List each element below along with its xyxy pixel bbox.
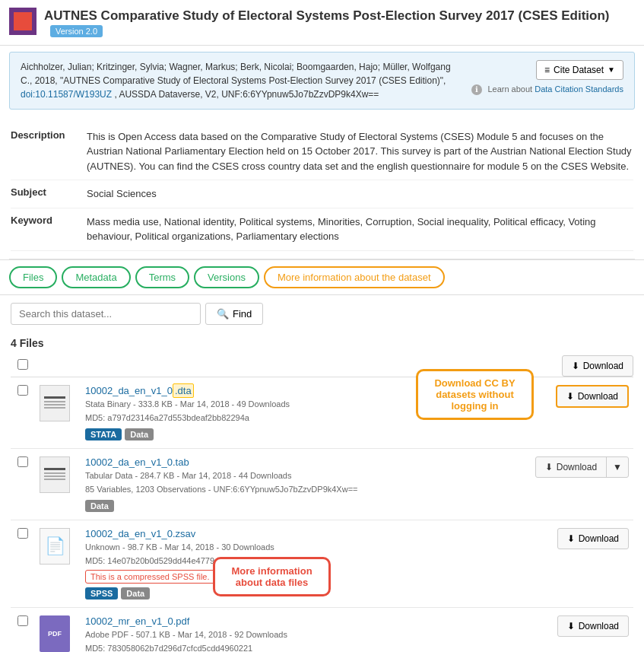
download-all-icon: ⬇ [572, 361, 579, 371]
file-tag: Data [121, 587, 150, 600]
page-title: AUTNES Comparative Study of Electoral Sy… [44, 8, 609, 23]
subject-value: Social Sciences [87, 186, 633, 202]
file-icon-table [40, 456, 70, 493]
file-meta: Unknown - 98.7 KB - Mar 14, 2018 - 30 Do… [85, 541, 526, 554]
tab-metadata[interactable]: Metadata [62, 266, 130, 288]
file-info-cell: 10002_mr_en_v1_0.pdf Adobe PDF - 507.1 K… [81, 607, 531, 652]
table-row: 📄 10002_da_en_v1_0.zsav Unknown - 98.7 K… [11, 520, 633, 607]
file-icon-cell: PDF [35, 607, 81, 652]
citation-text: Aichholzer, Julian; Kritzinger, Sylvia; … [21, 60, 462, 101]
download-icon: ⬇ [566, 391, 574, 402]
table-row: 10002_da_en_v1_0.dta Stata Binary - 333.… [11, 377, 633, 448]
file-action-cell: ⬇ Download [531, 520, 633, 607]
download-all-button[interactable]: ⬇ Download [562, 355, 633, 377]
cite-icon: ≡ [544, 65, 550, 75]
find-button[interactable]: 🔍 Find [205, 303, 263, 325]
download-all-label: Download [583, 361, 623, 371]
description-row: Description This is Open Access data bas… [11, 123, 633, 181]
table-row: PDF 10002_mr_en_v1_0.pdf Adobe PDF - 507… [11, 607, 633, 652]
description-value: This is Open Access data based on the Co… [87, 129, 633, 174]
file-info-cell: 10002_da_en_v1_0.zsav Unknown - 98.7 KB … [81, 520, 531, 607]
file-md5: MD5: 14e07b20b0d529dd44e4779dbe0... [85, 555, 526, 568]
tabs-section: Files Metadata Terms Versions More infor… [0, 259, 644, 295]
citation-suffix: , AUSSDA Dataverse, V2, UNF:6:6YYpnuw5Jo… [114, 89, 379, 100]
find-btn-label: Find [233, 308, 252, 320]
learn-more-text: Learn about [487, 84, 532, 94]
download-main-button[interactable]: ⬇ Download [536, 457, 607, 477]
download-file-button[interactable]: ⬇ Download [557, 528, 629, 549]
file-checkbox[interactable] [17, 528, 28, 539]
file-action-cell: ⬇ Download [531, 377, 633, 448]
data-citation-link[interactable]: Data Citation Standards [535, 84, 623, 94]
download-icon: ⬇ [567, 621, 575, 631]
download-icon: ⬇ [567, 533, 575, 544]
keyword-row: Keyword Mass media use, National identit… [11, 208, 633, 251]
download-split-button: ⬇ Download ▼ [535, 456, 629, 478]
table-row: 10002_da_en_v1_0.tab Tabular Data - 284.… [11, 448, 633, 520]
tab-more-info[interactable]: More information about the dataset [264, 266, 445, 288]
file-tag: STATA [85, 428, 122, 440]
learn-more: ℹ Learn about Data Citation Standards [471, 84, 623, 95]
file-name-link[interactable]: 10002_mr_en_v1_0.pdf [85, 615, 189, 627]
file-checkbox-cell [11, 377, 35, 448]
download-icon: ⬇ [545, 462, 553, 472]
download-all-header: ⬇ Download [531, 355, 633, 377]
download-dropdown-button[interactable]: ▼ [607, 457, 628, 477]
file-checkbox[interactable] [17, 456, 28, 467]
info-icon: ℹ [471, 84, 482, 95]
tab-versions[interactable]: Versions [194, 266, 259, 288]
metadata-section: Description This is Open Access data bas… [0, 116, 644, 259]
download-file-button[interactable]: ⬇ Download [556, 385, 629, 408]
file-icon-pdf: PDF [40, 615, 70, 652]
file-tag: Data [85, 500, 114, 512]
file-checkbox-cell [11, 448, 35, 520]
version-badge: Version 2.0 [50, 25, 103, 37]
file-checkbox[interactable] [17, 615, 28, 626]
keyword-label: Keyword [11, 215, 87, 244]
citation-authors: Aichholzer, Julian; Kritzinger, Sylvia; … [21, 62, 451, 86]
file-name-link[interactable]: 10002_da_en_v1_0.zsav [85, 528, 195, 539]
file-info-cell: 10002_da_en_v1_0.dta Stata Binary - 333.… [81, 377, 531, 448]
table-header: ⬇ Download [11, 355, 633, 377]
file-info-cell: 10002_da_en_v1_0.tab Tabular Data - 284.… [81, 448, 531, 520]
icon-inner [14, 12, 32, 30]
select-all-checkbox[interactable] [17, 359, 28, 370]
description-label: Description [11, 129, 87, 174]
citation-block: Aichholzer, Julian; Kritzinger, Sylvia; … [9, 52, 635, 110]
keyword-value: Mass media use, National identity, Polit… [87, 215, 633, 244]
file-action-cell: ⬇ Download ▼ [531, 448, 633, 520]
file-tag: Data [125, 428, 154, 440]
search-input[interactable] [11, 303, 201, 325]
file-meta: Stata Binary - 333.8 KB - Mar 14, 2018 -… [85, 398, 526, 411]
file-icon-table [40, 385, 70, 421]
citation-right: ≡ Cite Dataset ℹ Learn about Data Citati… [471, 60, 623, 95]
cite-btn-label: Cite Dataset [554, 65, 604, 75]
file-name-link[interactable]: 10002_da_en_v1_0.dta [85, 383, 194, 398]
file-meta: Adobe PDF - 507.1 KB - Mar 14, 2018 - 92… [85, 628, 526, 641]
select-all-header [11, 355, 35, 377]
cite-dataset-button[interactable]: ≡ Cite Dataset [536, 60, 623, 80]
file-checkbox[interactable] [17, 385, 28, 396]
search-icon: 🔍 [217, 308, 229, 320]
file-tag: SPSS [85, 587, 118, 600]
file-name-link[interactable]: 10002_da_en_v1_0.tab [85, 456, 189, 468]
tab-terms[interactable]: Terms [135, 266, 189, 288]
tab-files[interactable]: Files [9, 266, 57, 288]
file-tags: SPSSData [85, 587, 526, 600]
file-action-cell: ⬇ Download [531, 607, 633, 652]
page-container: AUTNES Comparative Study of Electoral Sy… [0, 0, 644, 652]
file-checkbox-cell [11, 520, 35, 607]
page-header: AUTNES Comparative Study of Electoral Sy… [0, 0, 644, 46]
file-tags: Data [85, 500, 526, 512]
file-tags: STATAData [85, 428, 526, 440]
subject-row: Subject Social Sciences [11, 180, 633, 208]
doi-link[interactable]: doi:10.11587/W193UZ [21, 89, 112, 100]
file-icon-cell: 📄 [35, 520, 81, 607]
files-count: 4 Files [11, 337, 633, 349]
download-file-button[interactable]: ⬇ Download [557, 615, 629, 637]
file-meta: Tabular Data - 284.7 KB - Mar 14, 2018 -… [85, 469, 526, 482]
file-checkbox-cell [11, 607, 35, 652]
file-note: This is a compressed SPSS file. [85, 570, 215, 584]
files-section: 4 Files ⬇ Download [0, 332, 644, 652]
subject-label: Subject [11, 186, 87, 202]
